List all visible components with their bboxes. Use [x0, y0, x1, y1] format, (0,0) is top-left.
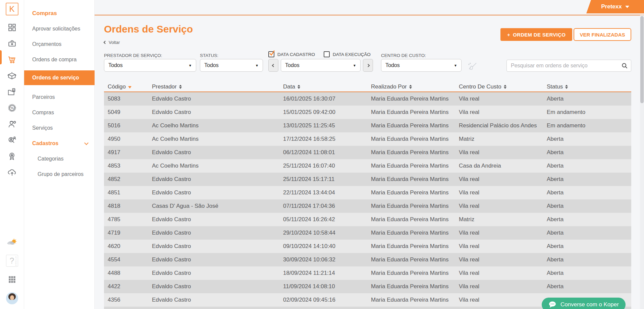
- cell-data: 16/01/2025 16:30:07: [283, 92, 371, 106]
- apps-grid-icon[interactable]: [7, 274, 17, 285]
- chat-button[interactable]: Converse com o Koper: [542, 298, 626, 309]
- cell-status: Aberta: [547, 240, 631, 253]
- sidebar-item-grupo-de-parceiros[interactable]: Grupo de parceiros: [24, 171, 95, 178]
- cell-codigo: 4356: [104, 293, 152, 307]
- package-icon[interactable]: [7, 71, 17, 81]
- table-row[interactable]: 5049Edvaldo Castro15/01/2025 09:42:00Mar…: [104, 106, 631, 119]
- previous-period-button[interactable]: [268, 59, 278, 72]
- cell-data: 09/10/2024 14:10:40: [283, 240, 371, 253]
- sort-icon: [504, 85, 506, 89]
- cell-data: 05/11/2024 16:26:42: [283, 213, 371, 226]
- data-cadastro-label: DATA CADASTRO: [277, 52, 315, 57]
- cell-centro-de-custo: Vila real: [459, 226, 547, 240]
- sidebar-item-cadastros[interactable]: Cadastros: [24, 140, 95, 147]
- page-scrollbar[interactable]: [640, 15, 644, 309]
- caret-down-icon: ▼: [255, 64, 259, 67]
- app-logo[interactable]: K: [6, 3, 18, 15]
- cell-codigo: 4818: [104, 199, 152, 213]
- cell-centro-de-custo: Vila real: [459, 293, 547, 307]
- cell-status: Aberta: [547, 280, 631, 293]
- cell-prestador: Edvaldo Castro: [152, 253, 283, 266]
- table-row[interactable]: 4620Edvaldo Castro09/10/2024 14:10:40Mar…: [104, 240, 631, 253]
- table-row[interactable]: 4917Edvaldo Castro06/12/2024 11:08:01Mar…: [104, 146, 631, 159]
- scrollbar-thumb[interactable]: [640, 16, 644, 103]
- column-header-prestador[interactable]: Prestador: [152, 82, 283, 91]
- table-row[interactable]: 4785Edvaldo Castro05/11/2024 16:26:42Mar…: [104, 213, 631, 226]
- table-row[interactable]: 4950Ac Coelho Martins17/12/2024 16:58:25…: [104, 132, 631, 146]
- partner-search-icon[interactable]: [7, 135, 17, 145]
- weather-icon[interactable]: [7, 237, 17, 247]
- briefcase-icon[interactable]: [7, 39, 17, 49]
- clear-filters-icon[interactable]: [466, 60, 478, 72]
- cell-data: 30/09/2024 10:06:32: [283, 253, 371, 266]
- next-period-button[interactable]: [363, 59, 373, 72]
- cell-codigo: 4917: [104, 146, 152, 159]
- prestador-select[interactable]: Todos ▼: [104, 59, 196, 72]
- table-row[interactable]: 4851Edvaldo Castro22/11/2024 13:44:04Mar…: [104, 186, 631, 199]
- column-header-centro-de-custo[interactable]: Centro De Custo: [459, 82, 547, 91]
- date-period-select[interactable]: Todos ▼: [281, 59, 361, 72]
- sidebar-item-orcamentos[interactable]: Orçamentos: [24, 41, 95, 48]
- sidebar-item-ordens-de-servico[interactable]: Ordens de serviço: [24, 70, 95, 85]
- org-name: Pretexx: [601, 3, 622, 10]
- org-switcher[interactable]: Pretexx: [586, 0, 644, 13]
- column-header-codigo[interactable]: Código: [104, 82, 152, 91]
- table-row[interactable]: 4488Edvaldo Castro18/09/2024 11:21:14Mar…: [104, 266, 631, 280]
- cell-codigo: 4719: [104, 226, 152, 240]
- finance-folder-icon[interactable]: $: [7, 87, 17, 97]
- status-select[interactable]: Todos ▼: [200, 59, 263, 72]
- table-row[interactable]: 4852Edvaldo Castro25/11/2024 15:17:11Mar…: [104, 173, 631, 186]
- column-header-data[interactable]: Data: [283, 82, 371, 91]
- sidebar-item-categorias[interactable]: Categorias: [24, 156, 95, 162]
- purchases-cart-icon[interactable]: [7, 55, 17, 65]
- sidebar-item-label: Parceiros: [32, 94, 55, 100]
- data-execucao-checkbox[interactable]: DATA EXECUÇÃO: [324, 51, 371, 57]
- dashboard-icon[interactable]: [7, 22, 17, 33]
- table-row[interactable]: 4422Edvaldo Castro11/09/2024 14:08:10Mar…: [104, 280, 631, 293]
- cell-codigo: 5016: [104, 119, 152, 132]
- cell-centro-de-custo: Vila real: [459, 266, 547, 280]
- sidebar-item-ordens-de-compra[interactable]: Ordens de compra: [24, 56, 95, 63]
- new-service-order-button[interactable]: + ORDEM DE SERVIÇO: [500, 28, 572, 41]
- column-header-label: Código: [108, 83, 126, 90]
- cell-centro-de-custo: Vila real: [459, 173, 547, 186]
- table-row[interactable]: 4554Edvaldo Castro30/09/2024 10:06:32Mar…: [104, 253, 631, 266]
- table-row[interactable]: 4719Edvaldo Castro29/10/2024 10:58:44Mar…: [104, 226, 631, 240]
- help-icon[interactable]: ? AJUDA: [6, 255, 18, 267]
- sidebar-item-compras[interactable]: Compras: [24, 109, 95, 116]
- award-icon[interactable]: [7, 151, 17, 161]
- status-label: STATUS:: [200, 53, 218, 58]
- sidebar-item-aprovar-solicitacoes[interactable]: Aprovar solicitações: [24, 25, 95, 32]
- view-finished-button[interactable]: VER FINALIZADAS: [574, 28, 631, 41]
- cloud-upload-icon[interactable]: [7, 167, 17, 177]
- search-icon[interactable]: [621, 62, 628, 69]
- back-link[interactable]: Voltar: [104, 40, 120, 45]
- user-avatar[interactable]: [6, 292, 18, 304]
- column-header-realizado-por[interactable]: Realizado Por: [371, 82, 459, 91]
- search-input[interactable]: [506, 60, 631, 72]
- centro-custo-select[interactable]: Todos ▼: [381, 59, 462, 72]
- table-row[interactable]: 4853Ac Coelho Martins25/11/2024 16:07:40…: [104, 159, 631, 173]
- cell-realizado-por: Maria Eduarda Pereira Martins: [371, 173, 459, 186]
- column-header-label: Status: [547, 83, 563, 90]
- cell-realizado-por: Maria Eduarda Pereira Martins: [371, 280, 459, 293]
- cell-status: Aberta: [547, 213, 631, 226]
- table-row[interactable]: 4818Casas D' Agua - São José07/11/2024 1…: [104, 199, 631, 213]
- status-select-value: Todos: [204, 62, 219, 68]
- cell-prestador: Edvaldo Castro: [152, 173, 283, 186]
- cell-status: Aberta: [547, 159, 631, 173]
- table-row[interactable]: 5016Ac Coelho Martins13/01/2025 11:25:45…: [104, 119, 631, 132]
- worker-icon[interactable]: [7, 119, 17, 129]
- sidebar-item-label: Compras: [32, 110, 54, 115]
- discount-icon[interactable]: %: [7, 103, 17, 113]
- cell-realizado-por: Maria Eduarda Pereira Martins: [371, 146, 459, 159]
- cell-codigo: 4950: [104, 132, 152, 146]
- cell-centro-de-custo: Vila real: [459, 240, 547, 253]
- prestador-label: PRESTADOR DE SERVIÇO:: [104, 53, 162, 58]
- column-header-status[interactable]: Status: [547, 82, 631, 91]
- sidebar-item-servicos[interactable]: Serviços: [24, 125, 95, 131]
- sidebar-item-parceiros[interactable]: Parceiros: [24, 94, 95, 101]
- data-cadastro-checkbox[interactable]: DATA CADASTRO: [268, 51, 315, 57]
- table-row[interactable]: 5083Edvaldo Castro16/01/2025 16:30:07Mar…: [104, 92, 631, 106]
- table-header-row: CódigoPrestadorDataRealizado PorCentro D…: [104, 82, 631, 92]
